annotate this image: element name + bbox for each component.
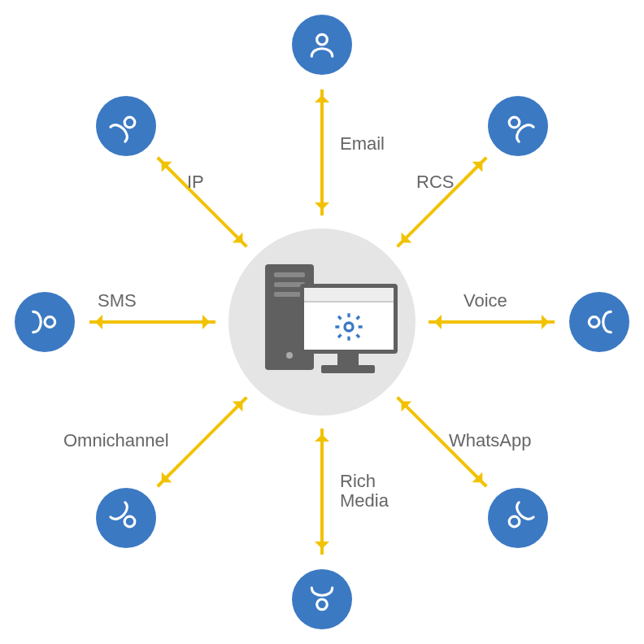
- computer-monitor-icon: [300, 284, 398, 354]
- node-ip: [96, 96, 156, 156]
- svg-point-4: [507, 515, 522, 529]
- label-rcs: RCS: [416, 172, 454, 192]
- arrow-sms: [89, 320, 215, 324]
- node-email: [292, 15, 352, 75]
- person-icon: [496, 496, 540, 540]
- arrow-richmedia: [320, 429, 324, 555]
- node-richmedia: [292, 569, 352, 629]
- svg-point-0: [345, 323, 353, 331]
- arrow-ip: [156, 156, 247, 247]
- diagram-stage: Email RCS Voice WhatsApp Rich Media Omni…: [0, 0, 644, 644]
- svg-point-3: [589, 317, 599, 328]
- svg-point-1: [317, 34, 328, 45]
- svg-point-5: [317, 599, 328, 610]
- central-hub: [228, 228, 416, 416]
- node-voice: [569, 292, 629, 352]
- node-rcs: [488, 96, 548, 156]
- gear-icon: [333, 311, 365, 346]
- person-icon: [496, 104, 540, 148]
- arrow-email: [320, 89, 324, 215]
- arrow-omnichannel: [156, 396, 247, 487]
- person-icon: [104, 496, 148, 540]
- monitor-stand: [337, 354, 359, 365]
- person-icon: [29, 307, 60, 337]
- person-icon: [307, 584, 337, 615]
- label-email: Email: [340, 134, 385, 154]
- person-icon: [307, 29, 337, 60]
- label-richmedia: Rich Media: [340, 472, 389, 511]
- person-icon: [104, 104, 148, 148]
- arrow-voice: [429, 320, 555, 324]
- label-whatsapp: WhatsApp: [449, 431, 532, 450]
- monitor-base: [321, 365, 375, 373]
- label-sms: SMS: [98, 291, 137, 311]
- svg-point-8: [123, 115, 137, 130]
- svg-point-2: [507, 115, 522, 130]
- label-ip: IP: [187, 172, 204, 192]
- svg-point-7: [45, 317, 55, 328]
- node-whatsapp: [488, 488, 548, 548]
- label-voice: Voice: [463, 291, 507, 311]
- person-icon: [584, 307, 615, 337]
- node-omnichannel: [96, 488, 156, 548]
- arrow-rcs: [396, 156, 487, 247]
- label-omnichannel: Omnichannel: [63, 431, 169, 450]
- node-sms: [15, 292, 75, 352]
- svg-point-6: [123, 515, 137, 529]
